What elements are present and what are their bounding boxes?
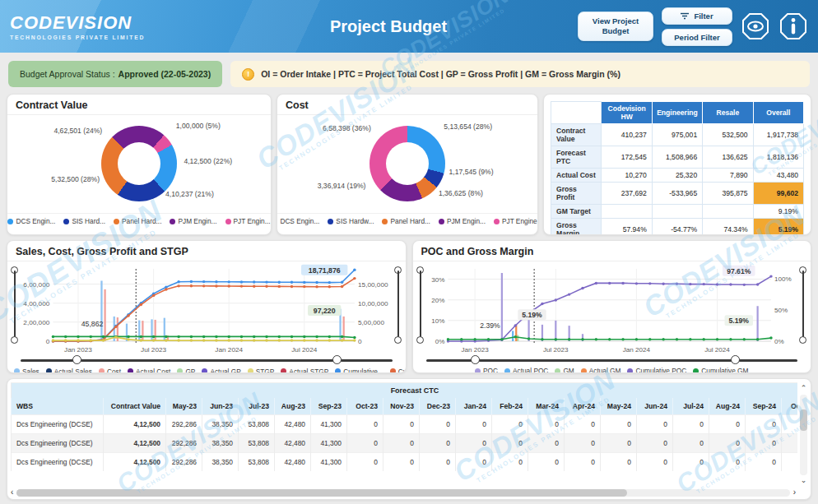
legend-item[interactable]: PJT Engine... [494,217,538,225]
forecast-cell: 0 [709,434,746,453]
legend-item[interactable]: Panel Hard... [114,217,161,225]
summary-cell: 25,320 [652,169,702,183]
month-col-header[interactable]: Oct-23 [347,398,383,415]
month-col-header[interactable]: Jul-24 [673,398,709,415]
sales-chart-right-zoom-slider[interactable] [394,266,402,344]
legend-item[interactable]: SIS Hard... [63,217,105,225]
vertical-scroll-thumb[interactable] [800,409,807,431]
wbs-col-header[interactable]: WBS [12,398,104,415]
poc-chart-right-zoom-slider[interactable] [799,266,807,344]
legend-item[interactable]: Actual POC [504,367,548,373]
month-col-header[interactable]: Apr-24 [565,398,601,415]
table-row[interactable]: Dcs Engineering (DCSE)4,12,500292,28638,… [12,415,798,434]
month-col-header[interactable]: Nov-23 [383,398,420,415]
month-col-header[interactable]: Jun-23 [202,398,239,415]
scroll-down-icon[interactable]: ⌄ [801,476,807,486]
view-eye-button[interactable] [741,12,770,41]
sales-chart-left-zoom-slider[interactable] [11,266,19,344]
donut-data-label: 5,13,654 (28%) [444,123,492,131]
forecast-table-viewport[interactable]: Forecast CTCWBSContract ValueMay-23Jun-2… [11,382,797,488]
cost-donut-chart[interactable]: 6,58,398 (36%)5,13,654 (28%)1,17,545 (9%… [277,115,537,209]
forecast-cell: 0 [456,415,492,434]
month-col-header[interactable]: Oct-24 [782,398,798,415]
poc-chart-horizontal-zoom-slider[interactable] [426,355,798,365]
legend-item[interactable]: Cumulative POC [627,367,686,373]
forecast-cell: 0 [637,453,673,472]
legend-label: PJM Engin... [447,217,486,225]
legend-item[interactable]: Cumulative... [390,368,406,374]
legend-item[interactable]: DCS Engin... [277,217,319,225]
table-row[interactable]: Dcs Engineering (DCSE)4,12,500292,28638,… [12,453,798,472]
legend-item[interactable]: Actual GP [202,368,240,374]
month-col-header[interactable]: Mar-24 [528,398,565,415]
legend-item[interactable]: PJM Engin... [439,217,486,225]
legend-item[interactable]: Actual Cost [128,368,170,374]
legend-item[interactable]: Actual GM [581,367,621,373]
summary-cell: 237,692 [602,183,652,205]
forecast-cell: 42,480 [275,434,311,453]
month-col-header[interactable]: May-24 [601,398,637,415]
scroll-up-icon[interactable]: ⌃ [801,384,807,394]
legend-item[interactable]: PJT Engin... [225,217,271,225]
poc-chart-left-zoom-slider[interactable] [416,266,425,344]
month-col-header[interactable]: Aug-24 [709,398,746,415]
month-col-header[interactable]: Dec-23 [420,398,456,415]
legend-item[interactable]: Cumulative GM [693,367,748,373]
summary-cell: 99,602 [753,183,803,205]
sales-chart-horizontal-zoom-slider[interactable] [21,355,393,365]
legend-item[interactable]: Sales [14,368,40,374]
legend-color-dot [46,368,52,373]
legend-color-dot [63,219,69,224]
table-row[interactable]: Dcs Engineering (DCSE)4,12,500292,28638,… [12,434,798,453]
legend-item[interactable]: Actual Sales [46,368,92,374]
cost-legend: DCS Engin...SIS Hardw...Panel Hard...PJM… [277,213,537,225]
scroll-left-icon[interactable]: ‹ [11,488,13,497]
legend-item[interactable]: GP [177,368,195,374]
forecast-cell: 0 [601,453,637,472]
legend-label: GP [185,368,195,374]
legend-item[interactable]: Cumulative... [335,368,383,374]
view-project-budget-button[interactable]: View Project Budget [578,12,653,41]
legend-item[interactable]: Panel Hard... [382,217,430,225]
forecast-table-vertical-scrollbar[interactable]: ⌃ ⌄ [798,384,809,486]
month-col-header[interactable]: Feb-24 [492,398,528,415]
month-col-header[interactable]: Sep-24 [746,398,782,415]
month-col-header[interactable]: Sep-23 [311,398,347,415]
legend-label: Panel Hard... [390,217,430,225]
legend-item[interactable]: Actual STGP [281,368,328,374]
filter-button[interactable]: Filter [662,7,732,25]
legend-item[interactable]: Cost [99,368,121,374]
svg-text:0%: 0% [435,338,444,345]
month-col-header[interactable]: May-23 [166,398,202,415]
contract-value-donut-chart[interactable]: 4,62,501 (24%)1,00,000 (5%)4,12,500 (22%… [7,115,271,209]
legend-item[interactable]: POC [475,367,498,373]
summary-col-header: Overall [753,102,803,124]
scroll-right-icon[interactable]: › [793,488,796,497]
sales-chart-plot[interactable]: 02,00,0004,00,0006,00,00005,00,00010,00,… [11,263,402,355]
summary-cell: 5.19% [753,219,803,236]
donut-data-label: 4,62,501 (24%) [53,127,102,135]
month-col-header[interactable]: Aug-23 [275,398,311,415]
legend-item[interactable]: PJM Engin... [170,217,216,225]
legend-item[interactable]: GM [555,367,574,373]
donut-data-label: 5,32,500 (28%) [51,175,100,183]
period-filter-button[interactable]: Period Filter [662,29,732,46]
donut-ring[interactable] [369,126,445,201]
summary-cell [602,205,652,219]
poc-chart-plot[interactable]: 0%10%20%30%0%50%100%Jan 2023Jul 2023Jan … [416,263,808,355]
legend-color-dot [382,219,388,224]
legend-label: Actual GP [210,368,240,374]
month-col-header[interactable]: Jan-24 [456,398,492,415]
horizontal-scroll-thumb[interactable] [16,489,627,497]
legend-label: Cumulative GM [701,367,748,373]
summary-cell: 1,917,738 [753,124,803,146]
legend-item[interactable]: STGP [248,368,275,374]
info-button[interactable] [778,12,808,41]
month-col-header[interactable]: Jun-24 [637,398,673,415]
legend-item[interactable]: DCS Engin... [7,217,55,225]
legend-item[interactable]: SIS Hardw... [328,217,374,225]
contract-value-col-header[interactable]: Contract Value [104,398,166,415]
contract-value-card: Contract Value 4,62,501 (24%)1,00,000 (5… [7,94,272,235]
forecast-table-horizontal-scrollbar[interactable]: ‹ › [11,488,796,497]
month-col-header[interactable]: Jul-23 [239,398,275,415]
